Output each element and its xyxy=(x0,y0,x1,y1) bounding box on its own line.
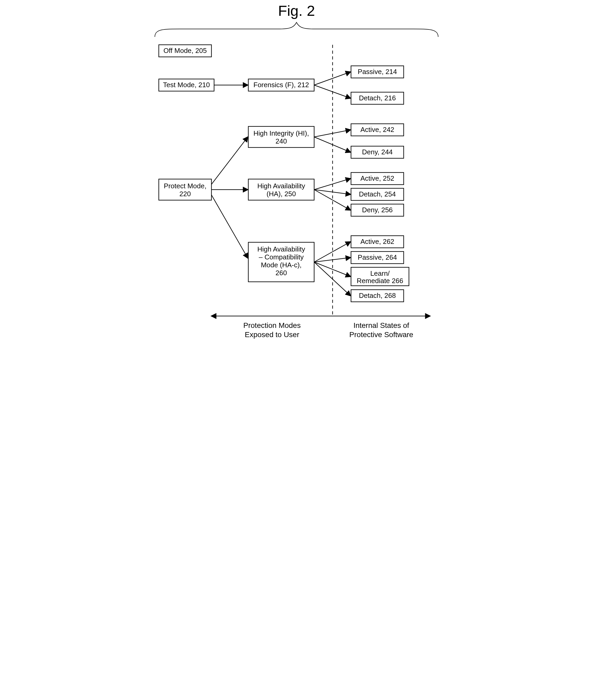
svg-text:High Integrity (HI),: High Integrity (HI), xyxy=(253,129,309,137)
node-hac: High Availability – Compatibility Mode (… xyxy=(248,242,314,282)
node-detach254: Detach, 254 xyxy=(351,188,404,200)
node-forensics: Forensics (F), 212 xyxy=(248,79,314,91)
caption-left-1: Protection Modes xyxy=(243,321,301,329)
svg-text:Passive, 264: Passive, 264 xyxy=(358,254,397,261)
svg-text:260: 260 xyxy=(275,269,287,277)
svg-text:Off Mode, 205: Off Mode, 205 xyxy=(163,47,207,54)
svg-text:Remediate 266: Remediate 266 xyxy=(357,277,403,285)
svg-text:High Availability: High Availability xyxy=(257,182,305,190)
svg-text:Mode (HA-c),: Mode (HA-c), xyxy=(261,261,302,269)
node-active242: Active, 242 xyxy=(351,124,404,136)
node-off: Off Mode, 205 xyxy=(159,45,211,57)
node-active262: Active, 262 xyxy=(351,236,404,248)
svg-text:220: 220 xyxy=(179,190,191,198)
arrow-protect-hac xyxy=(211,195,248,258)
svg-text:Forensics (F), 212: Forensics (F), 212 xyxy=(253,81,309,89)
svg-text:Detach, 216: Detach, 216 xyxy=(359,94,396,102)
node-passive214: Passive, 214 xyxy=(351,66,404,78)
node-test: Test Mode, 210 xyxy=(159,79,214,91)
node-passive264: Passive, 264 xyxy=(351,251,404,264)
node-detach216: Detach, 216 xyxy=(351,92,404,104)
svg-text:Deny, 256: Deny, 256 xyxy=(362,206,393,214)
svg-text:High Availability: High Availability xyxy=(257,245,305,253)
node-deny256: Deny, 256 xyxy=(351,204,404,216)
svg-text:Detach, 268: Detach, 268 xyxy=(359,291,396,300)
node-detach268: Detach, 268 xyxy=(351,290,404,302)
arrow-hi-active xyxy=(314,130,351,137)
caption-right-2: Protective Software xyxy=(349,330,413,339)
figure-2-diagram: Fig. 2 Off Mode, 205 Test Mode, 210 Prot… xyxy=(148,0,445,350)
svg-text:Detach, 254: Detach, 254 xyxy=(359,190,396,198)
svg-text:Protect Mode,: Protect Mode, xyxy=(164,182,206,190)
node-deny244: Deny, 244 xyxy=(351,146,404,158)
node-learn266: Learn/ Remediate 266 xyxy=(351,267,409,286)
svg-text:Passive, 214: Passive, 214 xyxy=(358,68,397,76)
caption-right-1: Internal States of xyxy=(353,321,409,329)
arrow-protect-hi xyxy=(211,137,248,184)
svg-text:– Compatibility: – Compatibility xyxy=(259,253,304,261)
svg-text:Active, 262: Active, 262 xyxy=(360,238,394,245)
figure-title: Fig. 2 xyxy=(278,2,315,19)
node-active252: Active, 252 xyxy=(351,172,404,185)
node-ha: High Availability (HA), 250 xyxy=(248,179,314,200)
svg-text:Active, 252: Active, 252 xyxy=(360,174,394,182)
arrow-hac-learn xyxy=(314,262,351,276)
svg-text:240: 240 xyxy=(275,137,287,145)
node-protect: Protect Mode, 220 xyxy=(159,179,211,200)
top-brace xyxy=(155,23,438,37)
svg-text:(HA), 250: (HA), 250 xyxy=(267,190,296,198)
svg-text:Test Mode, 210: Test Mode, 210 xyxy=(163,81,210,89)
svg-text:Active, 242: Active, 242 xyxy=(360,126,394,133)
svg-text:Learn/: Learn/ xyxy=(370,269,390,277)
node-hi: High Integrity (HI), 240 xyxy=(248,126,314,148)
svg-text:Deny, 244: Deny, 244 xyxy=(362,148,393,156)
caption-left-2: Exposed to User xyxy=(245,330,300,339)
